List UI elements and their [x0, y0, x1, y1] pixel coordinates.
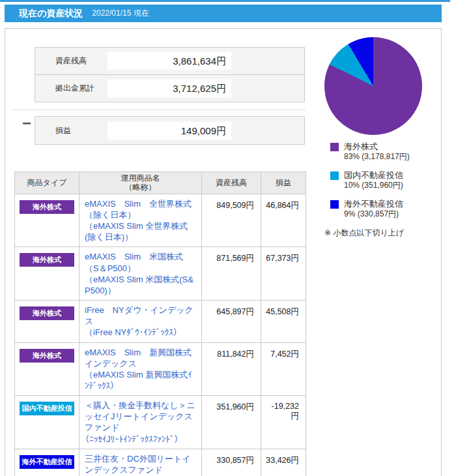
- table-row: 海外株式iFree NYダウ・インデックス（iFree NYﾀﾞｳ･ｲﾝﾃﾞｯｸ…: [15, 301, 306, 342]
- product-short-name: （eMAXIS Slim 新興国株式ｲﾝﾃﾞｯｸｽ）: [85, 369, 196, 391]
- legend-swatch: [330, 171, 339, 180]
- pl-cell: 45,508円: [261, 301, 306, 342]
- balance-cell: 871,569円: [202, 247, 261, 301]
- rounding-note: ※ 小数点以下切り上げ: [319, 228, 442, 239]
- page-title: 現在の資産状況: [19, 8, 83, 20]
- balance-label: 資産残高: [35, 55, 107, 67]
- legend-item: 海外不動産投信9% (330,857円): [330, 199, 442, 220]
- table-header-row: 商品タイプ 運用商品名 （略称） 資産残高 損益: [15, 172, 306, 194]
- contribution-row: 拠出金累計 3,712,625円: [35, 74, 304, 102]
- product-name[interactable]: eMAXIS Slim 新興国株式インデックス: [85, 347, 196, 369]
- profit-loss-summary-box: 損益 149,009円: [35, 116, 305, 145]
- column-header-product-name: 運用商品名 （略称）: [79, 172, 202, 194]
- legend-detail: 9% (330,857円): [344, 209, 403, 220]
- product-name[interactable]: ＜購入・換金手数料なし＞ニッセイJリートインデックスファンド: [85, 400, 196, 433]
- as-of-date: 2022/01/15 現在: [92, 8, 149, 19]
- column-header-product-name-line1: 運用商品名: [121, 173, 160, 183]
- product-short-name: （eMAXIS Slim 全世界株式(除く日本)）: [85, 220, 196, 243]
- table-row: 海外株式eMAXIS Slim 新興国株式インデックス（eMAXIS Slim …: [15, 342, 306, 396]
- legend-item: 海外株式83% (3,178,817円): [330, 141, 442, 162]
- product-type-cell: 海外株式: [15, 194, 79, 247]
- legend-swatch: [330, 200, 339, 209]
- contribution-label: 拠出金累計: [35, 83, 107, 94]
- balance-row: 資産残高 3,861,634円: [35, 48, 304, 74]
- balance-cell: 330,857円: [202, 449, 261, 476]
- contribution-value-field: 3,712,625円: [107, 80, 231, 97]
- pl-cell: -19,232円: [261, 396, 306, 449]
- balance-value-field: 3,861,634円: [107, 52, 231, 70]
- allocation-chart-column: 海外株式83% (3,178,817円)国内不動産投信10% (351,960円…: [319, 35, 442, 239]
- product-type-badge: 海外株式: [20, 349, 74, 363]
- column-header-product-type: 商品タイプ: [15, 172, 79, 194]
- legend-swatch: [330, 143, 339, 151]
- product-short-name: （ﾆｯｾｲJﾘｰﾄｲﾝﾃﾞｯｸｽﾌｧﾝﾄﾞ）: [85, 434, 196, 445]
- product-type-cell: 海外株式: [15, 342, 79, 396]
- balance-cell: 645,897円: [202, 301, 261, 342]
- legend-label: 海外不動産投信: [344, 199, 403, 209]
- product-type-cell: 海外不動産投信: [15, 449, 79, 476]
- column-header-balance: 資産残高: [202, 172, 261, 194]
- table-row: 国内不動産投信＜購入・換金手数料なし＞ニッセイJリートインデックスファンド（ﾆｯ…: [15, 396, 306, 449]
- legend-detail: 10% (351,960円): [344, 181, 403, 191]
- column-header-product-name-line2: （略称）: [125, 183, 156, 192]
- summary-and-table-column: 資産残高 3,861,634円 拠出金累計 3,712,625円 − 損益 14…: [14, 47, 306, 476]
- asset-detail-table: 商品タイプ 運用商品名 （略称） 資産残高 損益 海外株式eMAXIS Slim…: [14, 171, 306, 476]
- legend-detail: 83% (3,178,817円): [344, 152, 410, 162]
- product-type-cell: 海外株式: [15, 247, 79, 301]
- product-name-cell: iFree NYダウ・インデックス（iFree NYﾀﾞｳ･ｲﾝﾃﾞｯｸｽ）: [79, 301, 202, 342]
- column-header-pl: 損益: [261, 172, 306, 194]
- balance-cell: 811,842円: [202, 342, 261, 396]
- top-accent-strip: [0, 0, 450, 2]
- product-name[interactable]: iFree NYダウ・インデックス: [85, 305, 196, 327]
- product-type-badge: 海外株式: [20, 253, 74, 267]
- legend-label: 海外株式: [344, 141, 410, 152]
- profit-loss-label: 損益: [35, 125, 107, 136]
- product-short-name: （iFree NYﾀﾞｳ･ｲﾝﾃﾞｯｸｽ）: [85, 327, 196, 338]
- product-type-cell: 海外株式: [15, 301, 79, 342]
- product-short-name: （eMAXIS Slim 米国株式(S&P500)）: [85, 274, 196, 296]
- product-name[interactable]: eMAXIS Slim 全世界株式（除く日本）: [85, 198, 196, 220]
- profit-loss-value-field: 149,009円: [107, 122, 231, 140]
- balance-cell: 849,509円: [202, 194, 261, 247]
- pl-cell: 67,373円: [261, 247, 306, 301]
- product-name-cell: eMAXIS Slim 全世界株式（除く日本）（eMAXIS Slim 全世界株…: [79, 194, 202, 247]
- table-row: 海外株式eMAXIS Slim 全世界株式（除く日本）（eMAXIS Slim …: [15, 194, 306, 247]
- pl-cell: 33,426円: [261, 449, 306, 476]
- product-name[interactable]: 三井住友・DC外国リートインデックスファンド: [85, 453, 196, 475]
- legend-label: 国内不動産投信: [344, 170, 403, 181]
- pl-cell: 7,452円: [261, 342, 306, 396]
- pie-legend: 海外株式83% (3,178,817円)国内不動産投信10% (351,960円…: [319, 141, 442, 220]
- product-name-cell: 三井住友・DC外国リートインデックスファンド（三井住友･DC外国ﾘｰﾄｲﾝﾃﾞｯ…: [79, 449, 202, 476]
- product-type-badge: 海外不動産投信: [20, 455, 74, 469]
- equals-divider: [12, 110, 306, 110]
- table-row: 海外不動産投信三井住友・DC外国リートインデックスファンド（三井住友･DC外国ﾘ…: [15, 449, 306, 476]
- content-panel: 資産残高 3,861,634円 拠出金累計 3,712,625円 − 損益 14…: [5, 28, 442, 476]
- pl-cell: 46,864円: [261, 194, 306, 247]
- product-name[interactable]: eMAXIS Slim 米国株式（S＆P500）: [85, 251, 196, 273]
- asset-table-body: 海外株式eMAXIS Slim 全世界株式（除く日本）（eMAXIS Slim …: [15, 194, 306, 476]
- legend-item: 国内不動産投信10% (351,960円): [330, 170, 442, 191]
- product-type-badge: 海外株式: [20, 306, 74, 320]
- minus-operator-icon: −: [18, 115, 35, 132]
- product-name-cell: eMAXIS Slim 米国株式（S＆P500）（eMAXIS Slim 米国株…: [79, 247, 202, 301]
- profit-loss-row: 損益 149,009円: [35, 117, 304, 144]
- table-row: 海外株式eMAXIS Slim 米国株式（S＆P500）（eMAXIS Slim…: [15, 247, 306, 301]
- asset-allocation-pie-chart: [324, 37, 422, 135]
- balance-summary-box: 資産残高 3,861,634円 拠出金累計 3,712,625円: [35, 47, 305, 102]
- section-header-bar: 現在の資産状況 2022/01/15 現在: [5, 5, 442, 22]
- product-type-badge: 国内不動産投信: [20, 402, 74, 415]
- product-name-cell: ＜購入・換金手数料なし＞ニッセイJリートインデックスファンド（ﾆｯｾｲJﾘｰﾄｲ…: [79, 396, 202, 449]
- product-type-cell: 国内不動産投信: [15, 396, 79, 449]
- product-name-cell: eMAXIS Slim 新興国株式インデックス（eMAXIS Slim 新興国株…: [79, 342, 202, 396]
- balance-cell: 351,960円: [202, 396, 261, 449]
- product-type-badge: 海外株式: [20, 200, 74, 214]
